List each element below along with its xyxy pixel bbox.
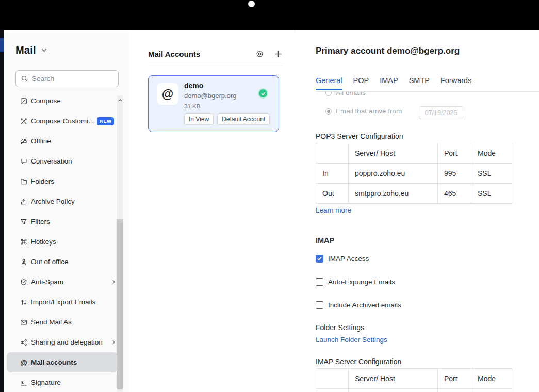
- hotkeys-icon: [20, 238, 28, 246]
- signature-icon: [20, 379, 28, 387]
- table-row: Out smtppro.zoho.eu 465 SSL: [316, 184, 512, 204]
- checkbox-label: Auto-Expunge Emails: [328, 278, 395, 286]
- status-badge: Default Account: [217, 113, 270, 125]
- table-header-cell: [316, 143, 349, 164]
- sidebar-item-label: Hotkeys: [31, 238, 56, 246]
- table-cell: SSL: [471, 164, 512, 184]
- table-cell: poppro.zoho.eu: [349, 164, 438, 184]
- background-app-fragment: [0, 38, 4, 52]
- sidebar-item-label: Folders: [31, 177, 54, 185]
- table-cell: [316, 389, 349, 392]
- panel-title: Mail Accounts: [148, 50, 200, 58]
- tab-imap[interactable]: IMAP: [380, 76, 398, 90]
- add-account-button[interactable]: [274, 50, 283, 58]
- sidebar-item-out-of-office[interactable]: Out of office: [4, 252, 121, 272]
- checkbox-auto-expunge[interactable]: Auto-Expunge Emails: [316, 278, 395, 286]
- scroll-up-icon[interactable]: [117, 96, 123, 104]
- sidebar-item-label: Offline: [31, 137, 51, 145]
- sidebar-item-label: Compose: [31, 97, 61, 105]
- sidebar-item-mail-accounts[interactable]: @ Mail accounts: [7, 352, 118, 372]
- gear-icon[interactable]: [255, 50, 264, 58]
- sidebar-item-label: Import/Export Emails: [31, 298, 95, 306]
- account-size: 31 KB: [184, 103, 200, 109]
- tab-pop[interactable]: POP: [353, 76, 369, 90]
- sidebar-item-folders[interactable]: Folders: [4, 171, 121, 191]
- app-switcher[interactable]: Mail: [15, 44, 47, 56]
- sidebar-item-sharing-delegation[interactable]: Sharing and delegation: [4, 332, 121, 352]
- sidebar-item-label: Archive Policy: [31, 198, 75, 205]
- sidebar-scrollbar-thumb[interactable]: [117, 219, 123, 389]
- conversation-icon: [20, 157, 28, 166]
- search-icon: [21, 75, 28, 83]
- checkbox-label: IMAP Access: [328, 255, 369, 263]
- imap-config-heading: IMAP Server Configuration: [316, 357, 401, 366]
- radio-label: Email that arrive from: [336, 107, 402, 115]
- pop3-config-heading: POP3 Server Configuration: [316, 132, 403, 140]
- import-export-icon: [20, 298, 28, 306]
- learn-more-link[interactable]: Learn more: [316, 206, 351, 214]
- table-header-cell: Port: [438, 369, 471, 389]
- sidebar-item-label: Signature: [31, 379, 61, 386]
- checkbox-icon: [316, 278, 323, 286]
- settings-sidebar: Mail Compose Compose Customi... NEW: [4, 31, 129, 392]
- table-cell: SSL: [471, 184, 512, 204]
- sidebar-item-compose-customize[interactable]: Compose Customi... NEW: [4, 111, 121, 131]
- divider: [148, 66, 283, 66]
- sidebar-item-label: Conversation: [31, 157, 72, 165]
- sidebar-item-send-mail-as[interactable]: Send Mail As: [4, 312, 121, 332]
- table-cell: [471, 389, 512, 392]
- radio-all-emails[interactable]: All emails: [325, 92, 366, 96]
- pop3-config-table: Server/ Host Port Mode In poppro.zoho.eu…: [316, 143, 512, 204]
- compose-icon: [20, 97, 28, 105]
- sidebar-item-label: Out of office: [31, 258, 69, 266]
- customize-icon: [20, 117, 28, 125]
- share-icon: [20, 338, 28, 347]
- sidebar-item-label: Filters: [31, 218, 50, 225]
- search-box: [15, 70, 119, 87]
- sidebar-item-anti-spam[interactable]: Anti-Spam: [4, 272, 121, 292]
- radio-icon: [325, 108, 332, 115]
- green-check-icon: [258, 88, 268, 99]
- tab-forwards[interactable]: Forwards: [440, 76, 471, 90]
- sidebar-item-signature[interactable]: Signature: [4, 372, 121, 392]
- sidebar-item-label: Mail accounts: [31, 358, 77, 366]
- checkbox-icon: [316, 255, 323, 263]
- sidebar-item-import-export[interactable]: Import/Export Emails: [4, 292, 121, 312]
- shield-check-icon: [20, 278, 28, 286]
- status-badge: In View: [184, 113, 214, 125]
- tab-content: All emails Email that arrive from POP3 S…: [316, 92, 539, 392]
- page-title: Primary account demo@bgerp.org: [316, 46, 460, 56]
- folder-settings-label: Folder Settings: [316, 323, 364, 332]
- tab-smtp[interactable]: SMTP: [409, 76, 430, 90]
- sidebar-item-archive-policy[interactable]: Archive Policy: [4, 191, 121, 211]
- sidebar-item-filters[interactable]: Filters: [4, 211, 121, 232]
- account-detail-panel: Primary account demo@bgerp.org General P…: [295, 30, 539, 392]
- checkbox-include-archived[interactable]: Include Archived emails: [316, 301, 401, 309]
- date-field[interactable]: [419, 106, 463, 119]
- tab-general[interactable]: General: [316, 76, 342, 90]
- sidebar-item-offline[interactable]: Offline: [4, 131, 121, 151]
- filter-icon: [20, 218, 28, 226]
- table-row: [316, 389, 512, 392]
- account-avatar: @: [157, 83, 178, 105]
- detail-tabs: General POP IMAP SMTP Forwards: [316, 76, 471, 90]
- sidebar-item-hotkeys[interactable]: Hotkeys: [4, 232, 121, 252]
- send-mail-icon: [20, 318, 28, 326]
- sidebar-menu: Compose Compose Customi... NEW Offline C…: [4, 91, 121, 392]
- radio-label: All emails: [336, 92, 366, 96]
- app-title: Mail: [15, 44, 36, 56]
- radio-email-arrive-from[interactable]: Email that arrive from: [325, 107, 402, 115]
- sidebar-item-label: Send Mail As: [31, 318, 72, 326]
- table-cell: 465: [438, 184, 471, 204]
- sidebar-item-compose[interactable]: Compose: [4, 91, 121, 111]
- sidebar-item-conversation[interactable]: Conversation: [4, 151, 121, 171]
- search-input[interactable]: [32, 75, 109, 83]
- table-row: In poppro.zoho.eu 995 SSL: [316, 164, 512, 184]
- radio-icon: [325, 92, 332, 96]
- top-black-bar: [0, 0, 539, 30]
- launch-folder-settings-link[interactable]: Launch Folder Settings: [316, 336, 387, 344]
- chevron-down-icon: [41, 47, 47, 54]
- checkbox-imap-access[interactable]: IMAP Access: [316, 255, 369, 263]
- account-card[interactable]: @ demo demo@bgerp.org 31 KB In View Defa…: [148, 75, 279, 132]
- checkbox-icon: [316, 301, 323, 309]
